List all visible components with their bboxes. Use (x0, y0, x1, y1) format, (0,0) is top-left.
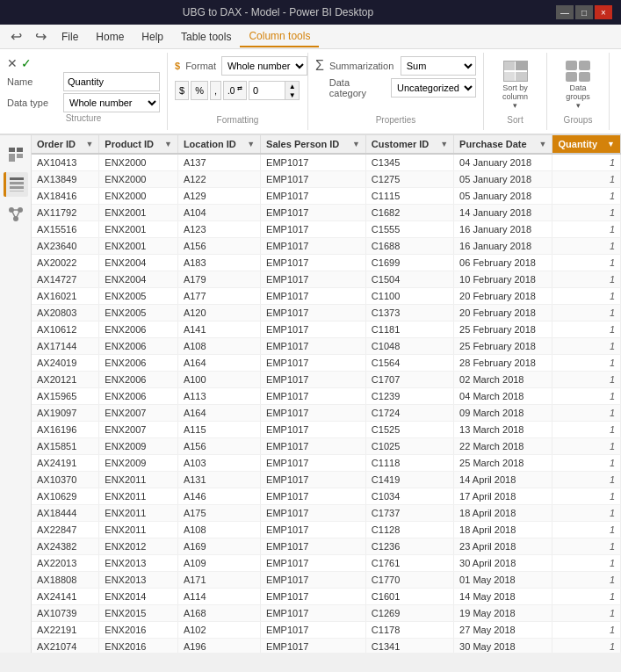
cell-r29-c1: ENX2016 (99, 639, 178, 654)
table-row: AX10612ENX2006A141EMP1017C118125 Februar… (32, 322, 621, 338)
cell-r16-c6: 1 (552, 422, 621, 438)
cell-r9-c6: 1 (552, 305, 621, 322)
redo-button[interactable]: ↪ (28, 25, 53, 49)
sort-by-column-button[interactable]: Sort bycolumn ▾ (495, 56, 536, 114)
decimal-down-button[interactable]: ▼ (285, 90, 299, 99)
col-header-product_id[interactable]: Product ID▼ (99, 135, 178, 154)
menu-column-tools[interactable]: Column tools (240, 26, 319, 47)
cell-r27-c1: ENX2015 (99, 605, 178, 622)
cell-r5-c4: C1688 (365, 238, 453, 255)
col-header-customer_id[interactable]: Customer ID▼ (365, 135, 453, 154)
datacategory-select[interactable]: Uncategorized (391, 78, 476, 98)
cell-r12-c2: A164 (177, 355, 260, 372)
cell-r3-c6: 1 (552, 205, 621, 221)
data-table-container[interactable]: Order ID▼Product ID▼Location ID▼Sales Pe… (32, 135, 621, 653)
cell-r9-c3: EMP1017 (261, 305, 366, 322)
col-header-quantity[interactable]: Quantity▼ (552, 135, 621, 154)
col-header-purchase_date[interactable]: Purchase Date▼ (454, 135, 552, 154)
table-row: AX14727ENX2004A179EMP1017C150410 Februar… (32, 271, 621, 288)
cell-r11-c1: ENX2006 (99, 338, 178, 355)
cell-r27-c6: 1 (552, 605, 621, 622)
cell-r14-c5: 04 March 2018 (454, 388, 552, 405)
decimal-places-input[interactable] (249, 82, 285, 99)
cell-r18-c3: EMP1017 (261, 455, 366, 472)
cell-r6-c4: C1699 (365, 255, 453, 271)
minimize-button[interactable]: — (556, 5, 574, 19)
cell-r10-c1: ENX2006 (99, 322, 178, 338)
cell-r10-c6: 1 (552, 322, 621, 338)
cell-r11-c3: EMP1017 (261, 338, 366, 355)
cell-r28-c4: C1178 (365, 622, 453, 639)
groups-group: Datagroups ▾ Groups (547, 53, 610, 130)
cell-r1-c2: A122 (177, 171, 260, 188)
decimal-up-button[interactable]: ▲ (285, 82, 299, 90)
confirm-formula-button[interactable]: ✓ (21, 56, 32, 70)
cell-r15-c1: ENX2007 (99, 405, 178, 422)
cell-r1-c4: C1275 (365, 171, 453, 188)
col-label-sales_person_id: Sales Person ID (266, 139, 339, 149)
cell-r21-c2: A175 (177, 505, 260, 522)
undo-button[interactable]: ↩ (4, 25, 28, 49)
window-controls[interactable]: — □ × (556, 5, 612, 19)
cell-r26-c0: AX24141 (32, 589, 99, 605)
menu-home[interactable]: Home (87, 27, 133, 47)
close-button[interactable]: × (595, 5, 612, 19)
cell-r27-c5: 19 May 2018 (454, 605, 552, 622)
cell-r6-c1: ENX2004 (99, 255, 178, 271)
table-row: AX22847ENX2011A108EMP1017C112818 April 2… (32, 522, 621, 538)
cell-r9-c1: ENX2005 (99, 305, 178, 322)
cell-r7-c6: 1 (552, 271, 621, 288)
menu-help[interactable]: Help (133, 27, 172, 47)
cell-r9-c4: C1373 (365, 305, 453, 322)
table-row: AX20803ENX2005A120EMP1017C137320 Februar… (32, 305, 621, 322)
cell-r14-c2: A113 (177, 388, 260, 405)
svg-rect-3 (9, 148, 15, 152)
maximize-button[interactable]: □ (575, 5, 593, 19)
cell-r19-c5: 14 April 2018 (454, 472, 552, 488)
cell-r5-c5: 16 January 2018 (454, 238, 552, 255)
ribbon: ✕ ✓ Name Data type Whole number Structur… (0, 49, 621, 135)
cell-r27-c3: EMP1017 (261, 605, 366, 622)
col-header-order_id[interactable]: Order ID▼ (32, 135, 99, 154)
percent-button[interactable]: % (191, 81, 208, 100)
menu-file[interactable]: File (53, 27, 87, 47)
cell-r12-c3: EMP1017 (261, 355, 366, 372)
model-view-button[interactable] (4, 202, 28, 227)
cell-r27-c4: C1269 (365, 605, 453, 622)
datatype-select[interactable]: Whole number (63, 93, 160, 112)
cell-r29-c2: A196 (177, 639, 260, 654)
cancel-formula-button[interactable]: ✕ (7, 56, 18, 70)
cell-r20-c2: A146 (177, 488, 260, 505)
name-input[interactable] (63, 72, 160, 91)
cell-r20-c3: EMP1017 (261, 488, 366, 505)
data-groups-button[interactable]: Datagroups ▾ (558, 56, 598, 114)
table-row: AX11792ENX2001A104EMP1017C168214 January… (32, 205, 621, 221)
cell-r26-c4: C1601 (365, 589, 453, 605)
col-header-sales_person_id[interactable]: Sales Person ID▼ (261, 135, 366, 154)
cell-r25-c5: 01 May 2018 (454, 572, 552, 589)
menu-table-tools[interactable]: Table tools (172, 27, 240, 47)
summarization-select[interactable]: Sum (401, 56, 476, 76)
data-view-button[interactable] (4, 172, 28, 197)
col-header-location_id[interactable]: Location ID▼ (177, 135, 260, 154)
currency-button[interactable]: $ (175, 81, 189, 100)
cell-r0-c4: C1345 (365, 154, 453, 171)
comma-button[interactable]: , (210, 81, 221, 100)
cell-r17-c2: A156 (177, 438, 260, 455)
table-row: AX16021ENX2005A177EMP1017C110020 Februar… (32, 288, 621, 305)
decimal-icon-btn[interactable]: .0 ⇄ (223, 81, 247, 100)
table-row: AX24382ENX2012A169EMP1017C123623 April 2… (32, 538, 621, 555)
title-bar: UBG to DAX - Model - Power BI Desktop — … (0, 0, 621, 25)
cell-r14-c3: EMP1017 (261, 388, 366, 405)
cell-r18-c4: C1118 (365, 455, 453, 472)
format-icon: $ (175, 61, 180, 71)
format-select[interactable]: Whole number (221, 56, 307, 76)
cell-r8-c1: ENX2005 (99, 288, 178, 305)
cell-r29-c3: EMP1017 (261, 639, 366, 654)
table-row: AX22191ENX2016A102EMP1017C117827 May 201… (32, 622, 621, 639)
title-text: UBG to DAX - Model - Power BI Desktop (0, 6, 556, 18)
cell-r29-c4: C1341 (365, 639, 453, 654)
report-view-button[interactable] (4, 142, 28, 167)
sort-label: Sort (507, 115, 523, 125)
groups-label: Groups (564, 115, 593, 125)
